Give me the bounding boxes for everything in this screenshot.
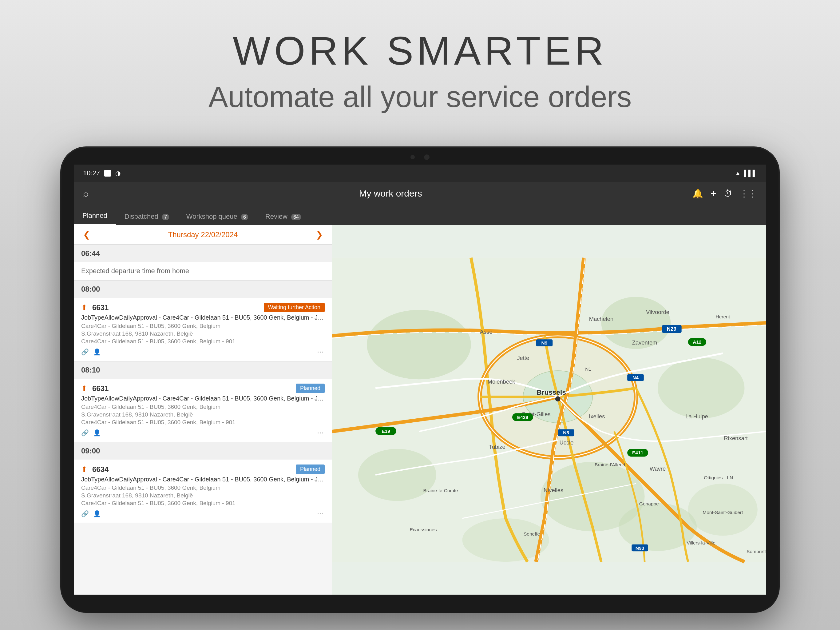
tablet-top-bar xyxy=(411,154,429,160)
more-menu-3[interactable]: ⋯ xyxy=(317,510,325,518)
link-icon-3: 🔗 xyxy=(81,510,89,518)
card-footer-icons-1: 🔗 👤 xyxy=(81,348,101,356)
prev-date-button[interactable]: ❮ xyxy=(80,228,93,241)
arrow-icon-2: ⬆ xyxy=(81,384,87,393)
person-icon-3: 👤 xyxy=(93,510,101,518)
tab-planned[interactable]: Planned xyxy=(74,212,116,225)
svg-text:Machelen: Machelen xyxy=(589,316,614,322)
tab-workshop-queue[interactable]: Workshop queue 6 xyxy=(178,212,257,225)
work-order-card-1[interactable]: ⬆ 6631 Waiting further Action JobTypeAll… xyxy=(74,298,332,361)
card-id-2: 6631 xyxy=(92,384,109,393)
work-order-card-2[interactable]: ⬆ 6631 Planned JobTypeAllowDailyApproval… xyxy=(74,379,332,442)
card-id-row-2: ⬆ 6631 xyxy=(81,384,109,393)
search-icon[interactable]: ⌕ xyxy=(83,188,88,199)
status-icon-1 xyxy=(104,170,111,177)
svg-text:N9: N9 xyxy=(542,340,548,345)
svg-text:Braine-le-Comte: Braine-le-Comte xyxy=(423,488,458,493)
arrow-icon-1: ⬆ xyxy=(81,303,87,312)
person-icon-2: 👤 xyxy=(93,429,101,437)
svg-text:Brussels: Brussels xyxy=(537,388,566,396)
more-menu-2[interactable]: ⋯ xyxy=(317,429,325,437)
left-panel: ❮ Thursday 22/02/2024 ❯ 06:44 Expected d… xyxy=(74,225,332,595)
status-icons: ▲ ▌▌▌ xyxy=(735,170,757,177)
svg-text:Nivelles: Nivelles xyxy=(543,487,563,494)
plus-icon[interactable]: + xyxy=(711,188,717,199)
work-order-card-3[interactable]: ⬆ 6634 Planned JobTypeAllowDailyApproval… xyxy=(74,459,332,523)
app-bar: ⌕ My work orders 🔔 + ⏱ ⋮⋮ xyxy=(74,182,766,205)
speaker-dot xyxy=(424,154,429,160)
card-title-2: JobTypeAllowDailyApproval - Care4Car - G… xyxy=(81,395,325,402)
svg-text:Jette: Jette xyxy=(517,355,529,361)
next-date-button[interactable]: ❯ xyxy=(313,228,326,241)
svg-text:Tubize: Tubize xyxy=(489,443,505,450)
bell-icon[interactable]: 🔔 xyxy=(692,188,703,199)
svg-text:A12: A12 xyxy=(693,339,702,345)
hero-title: WORK SMARTER xyxy=(0,28,840,74)
tab-review-badge: 64 xyxy=(291,214,301,220)
svg-text:Uccle: Uccle xyxy=(560,439,574,446)
card-address1-3: Care4Car - Gildelaan 51 - BU05, 3600 Gen… xyxy=(81,484,325,491)
badge-planned-2: Planned xyxy=(296,384,325,393)
time-slot-0644: 06:44 xyxy=(74,245,332,262)
svg-text:Zaventem: Zaventem xyxy=(632,339,657,346)
card-address2-1: S.Gravenstraat 168, 9810 Nazareth, Belgi… xyxy=(81,330,325,337)
card-id-1: 6631 xyxy=(92,303,109,312)
app-bar-actions: 🔔 + ⏱ ⋮⋮ xyxy=(692,188,757,199)
hero-section: WORK SMARTER Automate all your service o… xyxy=(0,0,840,114)
svg-text:Molenbeek: Molenbeek xyxy=(488,378,516,385)
svg-text:Genappe: Genappe xyxy=(639,501,659,507)
card-address1-2: Care4Car - Gildelaan 51 - BU05, 3600 Gen… xyxy=(81,404,325,410)
card-header-1: ⬆ 6631 Waiting further Action xyxy=(81,303,325,312)
card-footer-icons-3: 🔗 👤 xyxy=(81,510,101,518)
tab-dispatched[interactable]: Dispatched 7 xyxy=(116,212,178,225)
svg-text:N29: N29 xyxy=(667,326,676,332)
app-bar-title: My work orders xyxy=(359,188,422,199)
camera-dot xyxy=(411,155,415,159)
map-container[interactable]: Brussels Asse Machelen Vilvoorde Herent … xyxy=(332,225,766,595)
card-address2-2: S.Gravenstraat 168, 9810 Nazareth, Belgi… xyxy=(81,411,325,418)
signal-icon: ▌▌▌ xyxy=(744,170,757,177)
more-menu-1[interactable]: ⋯ xyxy=(317,348,325,356)
tab-review[interactable]: Review 64 xyxy=(257,212,309,225)
svg-text:Ecaussinnes: Ecaussinnes xyxy=(410,527,437,532)
svg-point-1 xyxy=(367,310,471,379)
card-footer-1: 🔗 👤 ⋯ xyxy=(81,348,325,356)
card-title-3: JobTypeAllowDailyApproval - Care4Car - G… xyxy=(81,476,325,483)
hero-subtitle: Automate all your service orders xyxy=(0,80,840,114)
svg-text:Villers-la-Ville: Villers-la-Ville xyxy=(687,540,715,545)
svg-text:La Hulpe: La Hulpe xyxy=(685,413,708,419)
card-id-3: 6634 xyxy=(92,465,109,474)
card-footer-3: 🔗 👤 ⋯ xyxy=(81,510,325,518)
time-slot-0900: 09:00 xyxy=(74,442,332,459)
card-address3-3: Care4Car - Gildelaan 51 - BU05, 3600 Gen… xyxy=(81,500,325,507)
date-nav: ❮ Thursday 22/02/2024 ❯ xyxy=(74,225,332,245)
time-slot-0810: 08:10 xyxy=(74,361,332,379)
svg-text:N4: N4 xyxy=(632,375,639,380)
current-date: Thursday 22/02/2024 xyxy=(168,230,238,239)
svg-text:E19: E19 xyxy=(382,429,390,434)
map-svg: Brussels Asse Machelen Vilvoorde Herent … xyxy=(332,225,766,595)
clock-icon[interactable]: ⏱ xyxy=(724,188,733,199)
svg-text:Sombreffe: Sombreffe xyxy=(747,549,766,554)
time-slot-0800: 08:00 xyxy=(74,280,332,298)
card-title-1: JobTypeAllowDailyApproval - Care4Car - G… xyxy=(81,314,325,321)
svg-point-3 xyxy=(658,358,744,419)
link-icon-2: 🔗 xyxy=(81,429,89,437)
link-icon-1: 🔗 xyxy=(81,348,89,356)
tab-dispatched-badge: 7 xyxy=(162,214,169,220)
card-address1-1: Care4Car - Gildelaan 51 - BU05, 3600 Gen… xyxy=(81,323,325,329)
right-panel: Brussels Asse Machelen Vilvoorde Herent … xyxy=(332,225,766,595)
status-icon-2: ◑ xyxy=(115,169,120,177)
svg-text:Ottignies-LLN: Ottignies-LLN xyxy=(704,475,733,480)
svg-text:Mont-Saint-Guibert: Mont-Saint-Guibert xyxy=(703,510,743,515)
svg-text:Seneffe: Seneffe xyxy=(524,531,540,537)
tab-workshop-badge: 6 xyxy=(241,214,248,220)
svg-text:Ixelles: Ixelles xyxy=(589,413,605,419)
card-id-row-1: ⬆ 6631 xyxy=(81,303,109,312)
card-header-3: ⬆ 6634 Planned xyxy=(81,464,325,474)
svg-text:Asse: Asse xyxy=(480,329,493,335)
departure-info: Expected departure time from home xyxy=(74,262,332,280)
grid-icon[interactable]: ⋮⋮ xyxy=(740,188,757,199)
tablet-screen: 10:27 ◑ ▲ ▌▌▌ ⌕ My work orders 🔔 + ⏱ ⋮⋮ xyxy=(74,165,766,595)
svg-text:N5: N5 xyxy=(563,430,569,435)
